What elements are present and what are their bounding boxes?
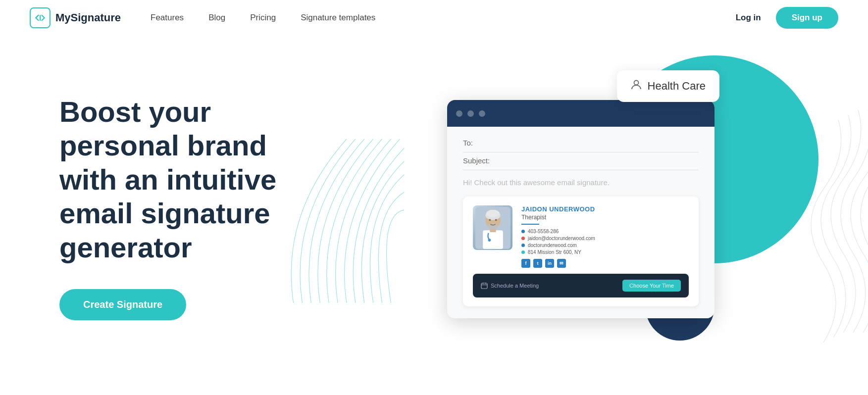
doctor-svg bbox=[474, 207, 511, 249]
nav-links: Features Blog Pricing Signature template… bbox=[151, 13, 375, 23]
logo-svg bbox=[34, 12, 46, 24]
sig-web: doctorunderwood.com bbox=[521, 243, 689, 248]
linkedin-icon: in bbox=[545, 259, 554, 268]
logo-container: MySignature bbox=[30, 7, 121, 28]
sig-email-text: jaidon@doctorunderwood.com bbox=[528, 236, 595, 241]
sig-title: Therapist bbox=[521, 214, 689, 221]
hero-heading: Boost your personal brand with an intuit… bbox=[59, 95, 327, 264]
sig-phone-text: 403-5558-286 bbox=[528, 229, 559, 234]
navbar: MySignature Features Blog Pricing Signat… bbox=[0, 0, 868, 36]
nav-link-templates[interactable]: Signature templates bbox=[301, 13, 375, 22]
email-client-window: To: Subject: Hi! Check out this awesome … bbox=[447, 100, 715, 318]
email-preview-text: Hi! Check out this awesome email signatu… bbox=[463, 178, 699, 187]
addr-dot bbox=[521, 250, 525, 254]
hero-text: Boost your personal brand with an intuit… bbox=[59, 65, 327, 320]
email-body: To: Subject: Hi! Check out this awesome … bbox=[447, 127, 715, 318]
meeting-label-text: Schedule a Meeting bbox=[491, 283, 539, 289]
signup-button[interactable]: Sign up bbox=[776, 7, 838, 29]
sig-email: jaidon@doctorunderwood.com bbox=[521, 236, 689, 241]
meeting-label: Schedule a Meeting bbox=[481, 282, 539, 289]
logo-icon bbox=[30, 7, 51, 28]
web-dot bbox=[521, 244, 525, 247]
sig-photo bbox=[473, 205, 512, 250]
hero-section: .wl{fill:none;stroke:#b0c8d8;stroke-widt… bbox=[0, 36, 868, 395]
sig-phone: 403-5558-286 bbox=[521, 229, 689, 234]
titlebar-dot-1 bbox=[456, 110, 462, 117]
phone-dot bbox=[521, 230, 525, 233]
nav-item-templates[interactable]: Signature templates bbox=[301, 13, 375, 23]
svg-point-9 bbox=[488, 223, 498, 230]
health-badge-label: Health Care bbox=[648, 80, 706, 93]
calendar-icon bbox=[481, 282, 488, 289]
svg-rect-12 bbox=[481, 283, 487, 289]
email-divider-2 bbox=[463, 170, 699, 170]
sig-info: JAIDON UNDERWOOD Therapist 403-5558-286 … bbox=[521, 205, 689, 268]
nav-link-pricing[interactable]: Pricing bbox=[250, 13, 276, 22]
nav-link-blog[interactable]: Blog bbox=[208, 13, 225, 22]
email-social-icon: ✉ bbox=[557, 259, 566, 268]
sig-top: JAIDON UNDERWOOD Therapist 403-5558-286 … bbox=[473, 205, 689, 268]
sig-name: JAIDON UNDERWOOD bbox=[521, 205, 689, 213]
facebook-icon: f bbox=[521, 259, 530, 268]
twitter-icon: t bbox=[533, 259, 542, 268]
email-titlebar bbox=[447, 100, 715, 127]
sig-social: f t in ✉ bbox=[521, 259, 689, 268]
sig-web-text: doctorunderwood.com bbox=[528, 243, 577, 248]
navbar-right: Log in Sign up bbox=[736, 7, 838, 29]
nav-item-features[interactable]: Features bbox=[151, 13, 184, 23]
email-dot bbox=[521, 237, 525, 240]
svg-rect-0 bbox=[40, 15, 41, 21]
sig-divider-line bbox=[521, 224, 539, 225]
email-divider-1 bbox=[463, 152, 699, 152]
svg-point-5 bbox=[486, 209, 499, 217]
svg-rect-6 bbox=[483, 230, 503, 249]
create-signature-button[interactable]: Create Signature bbox=[59, 289, 186, 320]
meeting-card: Schedule a Meeting Choose Your Time bbox=[473, 274, 689, 297]
wave-decoration: .wl{fill:none;stroke:#b0c8d8;stroke-widt… bbox=[809, 105, 868, 352]
logo-text: MySignature bbox=[55, 11, 121, 24]
titlebar-dot-3 bbox=[479, 110, 485, 117]
person-icon bbox=[631, 79, 642, 93]
health-care-badge: Health Care bbox=[617, 70, 719, 102]
email-to-field: To: bbox=[463, 139, 699, 147]
choose-time-button[interactable]: Choose Your Time bbox=[622, 280, 681, 292]
nav-item-pricing[interactable]: Pricing bbox=[250, 13, 276, 23]
svg-point-10 bbox=[489, 219, 491, 221]
svg-point-1 bbox=[634, 81, 638, 85]
navbar-left: MySignature Features Blog Pricing Signat… bbox=[30, 7, 375, 28]
sig-address: 814 Mission Str 600, NY bbox=[521, 249, 689, 255]
login-button[interactable]: Log in bbox=[736, 13, 761, 23]
titlebar-dot-2 bbox=[467, 110, 474, 117]
sig-addr-text: 814 Mission Str 600, NY bbox=[528, 249, 581, 255]
email-mockup: Health Care To: Subject: Hi! Check out t… bbox=[447, 75, 715, 318]
email-subject-field: Subject: bbox=[463, 156, 699, 165]
svg-point-11 bbox=[495, 219, 497, 221]
nav-link-features[interactable]: Features bbox=[151, 13, 184, 22]
nav-item-blog[interactable]: Blog bbox=[208, 13, 225, 23]
svg-point-7 bbox=[488, 239, 491, 242]
signature-card: JAIDON UNDERWOOD Therapist 403-5558-286 … bbox=[463, 197, 699, 306]
